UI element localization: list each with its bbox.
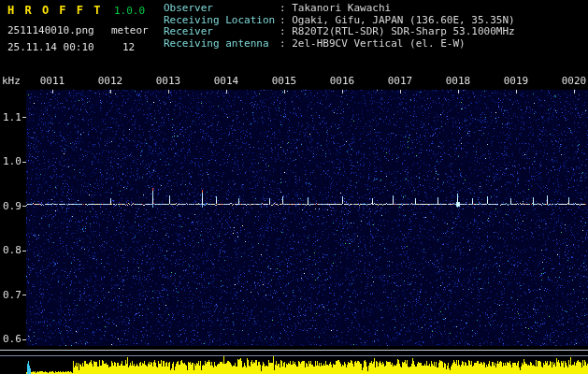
y-tick-label: 0.6	[3, 333, 22, 345]
y-axis-unit: kHz	[2, 75, 21, 87]
x-tick-label: 0013	[150, 75, 187, 87]
y-tick-label: 0.8	[3, 244, 22, 256]
info-label: Receiver	[164, 26, 280, 38]
info-label: Receiving antenna	[164, 38, 280, 50]
x-tick-label: 0017	[381, 75, 419, 87]
info-value: : Takanori Kawachi	[280, 2, 391, 14]
app-name: H R O F F T	[7, 4, 102, 17]
x-tick-label: 0014	[208, 75, 245, 87]
x-tick-label: 0020	[555, 75, 588, 87]
mode-label: meteor	[111, 24, 149, 36]
x-axis: 0011 0012 0013 0014 0015 0016 0017 0018 …	[34, 75, 588, 87]
echo-count: 12	[122, 41, 135, 53]
info-row: Receiving antenna: 2el-HB9CV Vertical (e…	[164, 38, 515, 50]
y-tick-label: 0.7	[3, 289, 22, 301]
info-label: Observer	[164, 3, 280, 15]
info-value: : Ogaki, Gifu, JAPAN (136.60E, 35.35N)	[280, 14, 515, 26]
filename: 2511140010.png	[7, 24, 94, 36]
spectrogram-canvas	[0, 0, 588, 374]
y-tick-label: 1.1	[3, 111, 22, 123]
hrofft-output: H R O F F T 1.0.0 2511140010.png meteor …	[0, 0, 588, 374]
x-tick-label: 0012	[92, 75, 129, 87]
x-tick-label: 0018	[439, 75, 477, 87]
info-value: : R820T2(RTL-SDR) SDR-Sharp 53.1000MHz	[280, 25, 515, 37]
x-tick-label: 0016	[323, 75, 361, 87]
y-tick-label: 0.9	[3, 200, 22, 212]
x-tick-label: 0015	[265, 75, 303, 87]
app-version: 1.0.0	[114, 5, 145, 17]
info-value: : 2el-HB9CV Vertical (el. E-W)	[280, 37, 466, 50]
x-tick-label: 0019	[497, 75, 535, 87]
datetime: 25.11.14 00:10	[7, 41, 94, 53]
observer-info: Observer: Takanori Kawachi Receiving Loc…	[164, 3, 515, 50]
x-tick-label: 0011	[34, 75, 71, 87]
y-tick-label: 1.0	[3, 155, 22, 167]
